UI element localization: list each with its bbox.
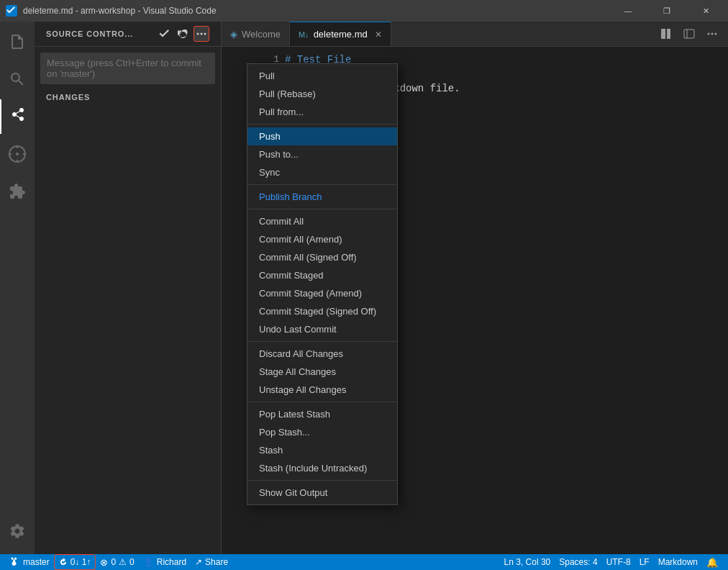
- menu-item-commit-all[interactable]: Commit All: [247, 212, 397, 230]
- md-tab-icon: M↓: [299, 30, 309, 39]
- commit-message-input[interactable]: [40, 53, 215, 84]
- svg-point-11: [711, 33, 714, 35]
- bell-item[interactable]: 🔔: [702, 557, 722, 568]
- svg-point-6: [201, 33, 203, 35]
- status-bar: master 0↓ 1↑ ⊗ 0 ⚠ 0 👤 Richard ↗ Share L…: [0, 554, 728, 570]
- spaces-item[interactable]: Spaces: 4: [555, 557, 601, 567]
- tab-welcome[interactable]: ◈ Welcome: [222, 22, 290, 46]
- tab-deleteme[interactable]: M↓ deleteme.md ✕: [290, 22, 391, 46]
- menu-item-commit-staged-amend[interactable]: Commit Staged (Amend): [247, 284, 397, 302]
- close-button[interactable]: ✕: [689, 0, 722, 22]
- error-count: 0: [111, 557, 116, 567]
- menu-item-commit-staged-signed[interactable]: Commit Staged (Signed Off): [247, 302, 397, 320]
- cursor-position-item[interactable]: Ln 3, Col 30: [500, 557, 555, 567]
- titlebar: deleteme.md - arm-workshop - Visual Stud…: [0, 0, 728, 22]
- menu-item-commit-staged[interactable]: Commit Staged: [247, 266, 397, 284]
- activity-item-settings[interactable]: [0, 514, 35, 548]
- share-status-item[interactable]: ↗ Share: [191, 554, 232, 570]
- tab-bar: ◈ Welcome M↓ deleteme.md ✕: [222, 22, 728, 47]
- error-status-item[interactable]: ⊗ 0 ⚠ 0: [96, 554, 138, 570]
- md-tab-label: deleteme.md: [314, 29, 368, 40]
- svg-point-10: [708, 33, 710, 35]
- error-icon: ⊗: [100, 557, 108, 568]
- cursor-position: Ln 3, Col 30: [504, 557, 551, 567]
- changes-section-header: CHANGES: [35, 90, 221, 104]
- welcome-tab-icon: ◈: [230, 29, 237, 40]
- sidebar-title: SOURCE CONTRO...: [46, 30, 133, 38]
- editor-tab-actions: [656, 22, 728, 46]
- split-editor-button[interactable]: [656, 24, 676, 44]
- context-menu: Pull Pull (Rebase) Pull from... Push Pus…: [247, 63, 398, 505]
- maximize-button[interactable]: ❐: [650, 0, 683, 22]
- app-icon: [6, 5, 17, 17]
- sidebar-action-buttons: [156, 26, 209, 42]
- svg-point-7: [204, 33, 206, 35]
- toggle-sidebar-button[interactable]: [679, 24, 699, 44]
- share-icon: ↗: [195, 557, 202, 567]
- activity-item-extensions[interactable]: [0, 174, 35, 209]
- menu-item-discard-all[interactable]: Discard All Changes: [247, 345, 397, 363]
- language-item[interactable]: Markdown: [654, 557, 702, 567]
- svg-point-0: [16, 153, 19, 155]
- menu-item-stage-all[interactable]: Stage All Changes: [247, 363, 397, 381]
- menu-item-pop-stash[interactable]: Pop Stash...: [247, 423, 397, 441]
- titlebar-controls: — ❐ ✕: [611, 0, 722, 22]
- activity-item-debug[interactable]: [0, 137, 35, 171]
- warning-count: 0: [129, 557, 135, 567]
- warning-icon: ⚠: [119, 557, 127, 567]
- menu-item-push[interactable]: Push: [247, 127, 397, 145]
- user-status-item[interactable]: 👤 Richard: [139, 554, 191, 570]
- encoding-label: UTF-8: [606, 557, 631, 567]
- minimize-button[interactable]: —: [611, 0, 645, 22]
- svg-rect-8: [684, 30, 694, 38]
- sidebar-header: SOURCE CONTRO...: [35, 22, 221, 47]
- sync-status-item[interactable]: 0↓ 1↑: [54, 554, 96, 570]
- menu-item-stash[interactable]: Stash: [247, 441, 397, 459]
- sidebar: SOURCE CONTRO...: [35, 22, 222, 554]
- status-bar-right: Ln 3, Col 30 Spaces: 4 UTF-8 LF Markdown…: [500, 557, 722, 568]
- menu-separator-2: [247, 184, 397, 185]
- spaces-label: Spaces: 4: [559, 557, 597, 567]
- encoding-item[interactable]: UTF-8: [602, 557, 635, 567]
- bell-icon: 🔔: [706, 557, 718, 568]
- menu-item-unstage-all[interactable]: Unstage All Changes: [247, 381, 397, 399]
- language-label: Markdown: [658, 557, 698, 567]
- line-ending-label: LF: [640, 557, 650, 567]
- sync-label: 0↓ 1↑: [70, 557, 91, 567]
- menu-item-undo-last-commit[interactable]: Undo Last Commit: [247, 320, 397, 338]
- activity-bar: [0, 22, 35, 554]
- activity-item-search[interactable]: [0, 62, 35, 96]
- menu-item-push-to[interactable]: Push to...: [247, 145, 397, 163]
- checkmark-button[interactable]: [156, 26, 172, 42]
- welcome-tab-label: Welcome: [242, 29, 281, 40]
- menu-item-commit-all-signed[interactable]: Commit All (Signed Off): [247, 248, 397, 266]
- menu-separator-1: [247, 124, 397, 125]
- menu-item-pull-rebase[interactable]: Pull (Rebase): [247, 85, 397, 103]
- tab-close-button[interactable]: ✕: [375, 30, 382, 40]
- menu-separator-5: [247, 402, 397, 402]
- menu-item-pop-latest-stash[interactable]: Pop Latest Stash: [247, 405, 397, 423]
- activity-item-explorer[interactable]: [0, 24, 35, 59]
- branch-status-item[interactable]: master: [6, 554, 54, 570]
- user-name: Richard: [157, 557, 186, 567]
- menu-item-publish-branch[interactable]: Publish Branch: [247, 188, 397, 206]
- share-label: Share: [205, 557, 228, 567]
- refresh-button[interactable]: [175, 26, 191, 42]
- menu-item-show-git-output[interactable]: Show Git Output: [247, 484, 397, 502]
- menu-separator-3: [247, 209, 397, 209]
- more-editor-actions-button[interactable]: [702, 24, 722, 44]
- svg-point-5: [197, 33, 199, 35]
- menu-item-pull[interactable]: Pull: [247, 67, 397, 85]
- menu-item-sync[interactable]: Sync: [247, 163, 397, 181]
- user-icon: 👤: [143, 557, 154, 567]
- more-button[interactable]: [194, 26, 209, 42]
- activity-item-source-control[interactable]: [0, 99, 35, 134]
- menu-separator-4: [247, 341, 397, 342]
- menu-item-pull-from[interactable]: Pull from...: [247, 103, 397, 121]
- menu-item-stash-untracked[interactable]: Stash (Include Untracked): [247, 459, 397, 477]
- titlebar-title: deleteme.md - arm-workshop - Visual Stud…: [23, 6, 217, 16]
- menu-item-commit-all-amend[interactable]: Commit All (Amend): [247, 230, 397, 248]
- line-ending-item[interactable]: LF: [635, 557, 654, 567]
- branch-name: master: [23, 557, 50, 567]
- svg-point-12: [715, 33, 717, 35]
